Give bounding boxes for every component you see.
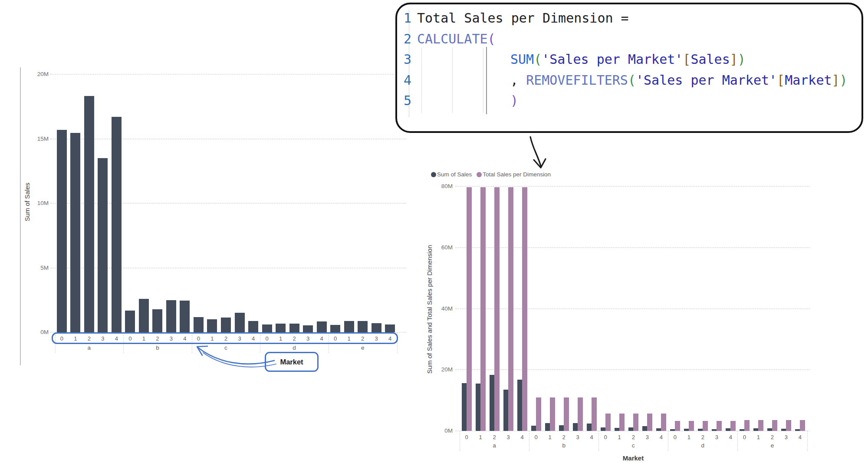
bar-total-sales-per-dimension[interactable] xyxy=(508,187,513,431)
bar-total-sales-per-dimension[interactable] xyxy=(578,397,583,431)
bar-total-sales-per-dimension[interactable] xyxy=(480,187,486,431)
bar-sum-of-sales[interactable] xyxy=(235,313,245,332)
bar-sum-of-sales[interactable] xyxy=(262,324,272,332)
bar-sum-of-sales[interactable] xyxy=(601,427,605,431)
bar-sum-of-sales[interactable] xyxy=(152,309,162,332)
y-tick-label: 80M xyxy=(430,182,453,190)
x-tick-label: 2 xyxy=(766,432,778,443)
bar-total-sales-per-dimension[interactable] xyxy=(786,420,791,431)
bar-sum-of-sales[interactable] xyxy=(503,390,508,431)
bar-sum-of-sales[interactable] xyxy=(139,299,149,332)
y-tick-label: 40M xyxy=(430,305,453,313)
bar-sum-of-sales[interactable] xyxy=(125,311,135,332)
bar-total-sales-per-dimension[interactable] xyxy=(703,421,708,431)
bar-sum-of-sales[interactable] xyxy=(781,429,786,431)
bar-total-sales-per-dimension[interactable] xyxy=(689,421,694,431)
bar-sum-of-sales[interactable] xyxy=(303,325,313,332)
bar-sum-of-sales[interactable] xyxy=(289,324,299,332)
bar-sum-of-sales[interactable] xyxy=(385,324,395,332)
bar-total-sales-per-dimension[interactable] xyxy=(758,420,763,431)
bar-sum-of-sales[interactable] xyxy=(112,117,122,332)
bar-total-sales-per-dimension[interactable] xyxy=(467,187,472,431)
bar-sum-of-sales[interactable] xyxy=(573,423,578,431)
bar-total-sales-per-dimension[interactable] xyxy=(633,414,638,431)
left-y-axis-line xyxy=(20,67,21,365)
bar-sum-of-sales[interactable] xyxy=(372,323,381,332)
bar-total-sales-per-dimension[interactable] xyxy=(730,421,736,431)
bar-total-sales-per-dimension[interactable] xyxy=(494,187,500,431)
bar-sum-of-sales[interactable] xyxy=(642,426,647,431)
bar-sum-of-sales[interactable] xyxy=(628,427,633,431)
x-tick-label: 1 xyxy=(475,432,486,443)
x-tick-label: 4 xyxy=(655,432,667,443)
bar-sum-of-sales[interactable] xyxy=(490,375,494,431)
bar-sum-of-sales[interactable] xyxy=(726,428,730,431)
bar-sum-of-sales[interactable] xyxy=(57,130,67,332)
bar-sum-of-sales[interactable] xyxy=(344,321,354,332)
bar-sum-of-sales[interactable] xyxy=(615,428,619,431)
code-line-number: 5 xyxy=(404,90,411,111)
bar-sum-of-sales[interactable] xyxy=(221,318,231,332)
bar-sum-of-sales[interactable] xyxy=(559,425,564,431)
bar-sum-of-sales[interactable] xyxy=(753,428,758,431)
bar-total-sales-per-dimension[interactable] xyxy=(605,414,611,431)
bar-total-sales-per-dimension[interactable] xyxy=(564,397,569,431)
bar-total-sales-per-dimension[interactable] xyxy=(661,414,666,431)
bar-sum-of-sales[interactable] xyxy=(330,325,340,332)
bar-total-sales-per-dimension[interactable] xyxy=(744,420,750,431)
x-tick-label: 0 xyxy=(461,432,472,443)
bar-total-sales-per-dimension[interactable] xyxy=(619,414,625,431)
bar-total-sales-per-dimension[interactable] xyxy=(592,397,597,431)
bar-sum-of-sales[interactable] xyxy=(531,426,536,431)
bar-sum-of-sales[interactable] xyxy=(684,429,689,431)
code-line-text: CALCULATE( xyxy=(417,29,496,50)
bar-total-sales-per-dimension[interactable] xyxy=(536,397,541,431)
legend-item-sum-of-sales[interactable]: Sum of Sales xyxy=(431,171,472,178)
bar-sum-of-sales[interactable] xyxy=(98,158,108,332)
bar-sum-of-sales[interactable] xyxy=(712,429,717,431)
bar-sum-of-sales[interactable] xyxy=(180,301,190,332)
right-chart-legend: Sum of Sales Total Sales per Dimension xyxy=(431,171,551,178)
bar-sum-of-sales[interactable] xyxy=(795,429,800,431)
bar-sum-of-sales[interactable] xyxy=(70,133,80,332)
group-label: a xyxy=(460,442,529,449)
x-tick-label: 0 xyxy=(530,432,542,443)
bar-sum-of-sales[interactable] xyxy=(670,429,675,431)
bar-sum-of-sales[interactable] xyxy=(462,383,467,431)
bar-sum-of-sales[interactable] xyxy=(740,429,744,431)
group-separator xyxy=(807,431,808,451)
bar-sum-of-sales[interactable] xyxy=(84,96,94,332)
bar-sum-of-sales[interactable] xyxy=(476,384,480,431)
gridline xyxy=(50,139,406,139)
code-line-text: , REMOVEFILTERS('Sales per Market'[Marke… xyxy=(510,70,848,91)
bar-sum-of-sales[interactable] xyxy=(545,423,550,431)
bar-sum-of-sales[interactable] xyxy=(317,321,327,332)
bar-sum-of-sales[interactable] xyxy=(587,424,592,431)
bar-sum-of-sales[interactable] xyxy=(517,380,522,431)
bar-sum-of-sales[interactable] xyxy=(276,324,286,332)
legend-item-total-sales-per-dimension[interactable]: Total Sales per Dimension xyxy=(477,171,551,178)
code-line-text: ) xyxy=(510,90,518,111)
group-label: c xyxy=(192,344,260,351)
y-tick-label: 0M xyxy=(26,328,49,336)
bar-sum-of-sales[interactable] xyxy=(207,319,217,332)
x-tick-label: 0 xyxy=(600,432,611,443)
bar-sum-of-sales[interactable] xyxy=(767,428,772,431)
bar-sum-of-sales[interactable] xyxy=(248,321,258,332)
bar-total-sales-per-dimension[interactable] xyxy=(675,421,680,431)
bar-total-sales-per-dimension[interactable] xyxy=(717,421,722,431)
bar-sum-of-sales[interactable] xyxy=(698,429,703,431)
bar-total-sales-per-dimension[interactable] xyxy=(772,420,777,431)
bar-total-sales-per-dimension[interactable] xyxy=(522,187,527,431)
bar-total-sales-per-dimension[interactable] xyxy=(550,397,555,431)
x-tick-label: 2 xyxy=(558,432,569,443)
bar-sum-of-sales[interactable] xyxy=(358,321,368,332)
bar-sum-of-sales[interactable] xyxy=(656,428,661,431)
bar-sum-of-sales[interactable] xyxy=(194,317,204,332)
bar-total-sales-per-dimension[interactable] xyxy=(800,420,805,431)
bar-sum-of-sales[interactable] xyxy=(166,300,176,332)
group-label: b xyxy=(123,344,192,351)
code-line-number: 1 xyxy=(404,8,411,29)
bar-total-sales-per-dimension[interactable] xyxy=(647,414,652,431)
x-tick-label: 0 xyxy=(739,432,750,443)
